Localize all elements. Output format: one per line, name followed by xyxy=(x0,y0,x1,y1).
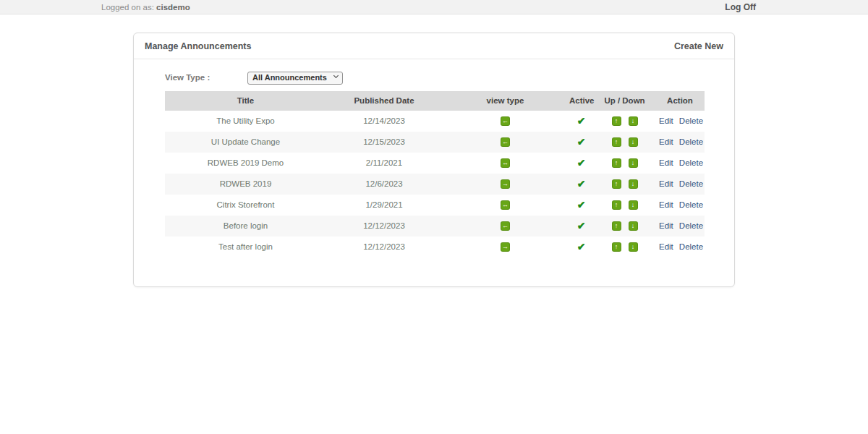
active-check-icon: ✔ xyxy=(577,199,586,210)
top-bar: Logged on as: cisdemo Log Off xyxy=(0,0,868,14)
panel-header: Manage Announcements Create New xyxy=(134,33,734,59)
col-header-active: Active xyxy=(569,91,594,111)
table-row: Test after login 12/12/2023 → ✔ ↑↓ EditD… xyxy=(165,237,705,258)
edit-link[interactable]: Edit xyxy=(659,179,673,188)
announcement-published-date: 1/29/2021 xyxy=(326,195,442,216)
delete-link[interactable]: Delete xyxy=(679,137,703,146)
announcements-table-body: The Utility Expo 12/14/2023 ← ✔ ↑↓ EditD… xyxy=(165,111,705,258)
view-type-both-arrow-icon: ↔ xyxy=(501,200,510,210)
view-type-left-arrow-icon: ← xyxy=(501,221,510,231)
col-header-up-down: Up / Down xyxy=(594,91,655,111)
announcement-published-date: 12/12/2023 xyxy=(326,216,442,237)
edit-link[interactable]: Edit xyxy=(659,158,673,167)
announcement-published-date: 12/12/2023 xyxy=(326,237,442,258)
delete-link[interactable]: Delete xyxy=(679,179,703,188)
view-type-left-arrow-icon: ← xyxy=(501,137,510,147)
active-check-icon: ✔ xyxy=(577,115,586,127)
move-up-icon[interactable]: ↑ xyxy=(612,158,621,168)
announcement-title: Test after login xyxy=(165,237,326,258)
delete-link[interactable]: Delete xyxy=(679,116,703,125)
view-type-label: View Type : xyxy=(165,73,247,82)
announcement-published-date: 12/14/2023 xyxy=(326,111,442,132)
table-row: RDWEB 2019 Demo 2/11/2021 ↔ ✔ ↑↓ EditDel… xyxy=(165,153,705,174)
move-down-icon[interactable]: ↓ xyxy=(629,200,638,210)
log-off-button[interactable]: Log Off xyxy=(725,2,756,12)
page-title: Manage Announcements xyxy=(145,41,251,51)
announcement-title: The Utility Expo xyxy=(165,111,326,132)
edit-link[interactable]: Edit xyxy=(659,221,673,230)
move-up-icon[interactable]: ↑ xyxy=(612,137,621,147)
table-row: Before login 12/12/2023 ← ✔ ↑↓ EditDelet… xyxy=(165,216,705,237)
announcements-table: Title Published Date view type Active Up… xyxy=(165,91,705,258)
move-down-icon[interactable]: ↓ xyxy=(629,179,638,189)
announcement-title: RDWEB 2019 xyxy=(165,174,326,195)
move-down-icon[interactable]: ↓ xyxy=(629,116,638,126)
edit-link[interactable]: Edit xyxy=(659,116,673,125)
move-up-icon[interactable]: ↑ xyxy=(612,116,621,126)
table-row: UI Update Change 12/15/2023 ← ✔ ↑↓ EditD… xyxy=(165,132,705,153)
active-check-icon: ✔ xyxy=(577,157,586,169)
table-row: RDWEB 2019 12/6/2023 → ✔ ↑↓ EditDelete xyxy=(165,174,705,195)
view-type-right-arrow-icon: → xyxy=(501,179,510,189)
col-header-view-type: view type xyxy=(442,91,569,111)
logged-on-status: Logged on as: cisdemo xyxy=(101,3,190,12)
view-type-filter: View Type : All Announcements xyxy=(165,70,734,85)
move-down-icon[interactable]: ↓ xyxy=(629,158,638,168)
move-up-icon[interactable]: ↑ xyxy=(612,242,621,252)
move-down-icon[interactable]: ↓ xyxy=(629,242,638,252)
logged-on-label: Logged on as: xyxy=(101,3,154,12)
table-row: The Utility Expo 12/14/2023 ← ✔ ↑↓ EditD… xyxy=(165,111,705,132)
view-type-select-wrap: All Announcements xyxy=(247,70,343,85)
announcement-title: UI Update Change xyxy=(165,132,326,153)
edit-link[interactable]: Edit xyxy=(659,242,673,251)
move-down-icon[interactable]: ↓ xyxy=(629,221,638,231)
announcement-published-date: 12/15/2023 xyxy=(326,132,442,153)
col-header-title: Title xyxy=(165,91,326,111)
delete-link[interactable]: Delete xyxy=(679,158,703,167)
active-check-icon: ✔ xyxy=(577,136,586,148)
create-new-button[interactable]: Create New xyxy=(674,41,723,51)
announcement-title: Citrix Storefront xyxy=(165,195,326,216)
view-type-both-arrow-icon: ↔ xyxy=(501,158,510,168)
move-down-icon[interactable]: ↓ xyxy=(629,137,638,147)
view-type-right-arrow-icon: → xyxy=(501,242,510,252)
table-row: Citrix Storefront 1/29/2021 ↔ ✔ ↑↓ EditD… xyxy=(165,195,705,216)
announcement-published-date: 12/6/2023 xyxy=(326,174,442,195)
manage-announcements-panel: Manage Announcements Create New View Typ… xyxy=(133,33,735,287)
move-up-icon[interactable]: ↑ xyxy=(612,221,621,231)
view-type-left-arrow-icon: ← xyxy=(501,116,510,126)
active-check-icon: ✔ xyxy=(577,220,586,231)
announcement-title: RDWEB 2019 Demo xyxy=(165,153,326,174)
col-header-published-date: Published Date xyxy=(326,91,442,111)
delete-link[interactable]: Delete xyxy=(679,242,703,251)
logged-on-username: cisdemo xyxy=(156,3,190,12)
col-header-action: Action xyxy=(655,91,705,111)
active-check-icon: ✔ xyxy=(577,241,586,252)
view-type-select[interactable]: All Announcements xyxy=(247,72,343,85)
table-header: Title Published Date view type Active Up… xyxy=(165,91,705,111)
delete-link[interactable]: Delete xyxy=(679,200,703,209)
delete-link[interactable]: Delete xyxy=(679,221,703,230)
announcement-title: Before login xyxy=(165,216,326,237)
move-up-icon[interactable]: ↑ xyxy=(612,200,621,210)
active-check-icon: ✔ xyxy=(577,178,586,190)
edit-link[interactable]: Edit xyxy=(659,200,673,209)
move-up-icon[interactable]: ↑ xyxy=(612,179,621,189)
edit-link[interactable]: Edit xyxy=(659,137,673,146)
announcement-published-date: 2/11/2021 xyxy=(326,153,442,174)
